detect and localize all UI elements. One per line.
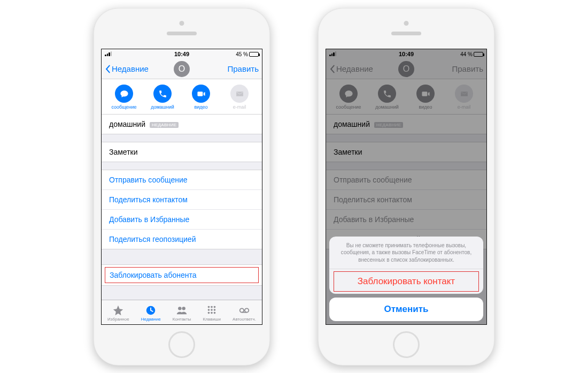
keypad-icon <box>206 305 218 316</box>
action-sheet: Вы не сможете принимать телефонные вызов… <box>329 237 483 322</box>
nav-header: Недавние О Править <box>102 59 262 79</box>
svg-point-10 <box>211 312 213 314</box>
link-add-favorite[interactable]: Добавить в Избранные <box>102 210 262 230</box>
links-section: Отправить сообщение Поделиться контактом… <box>102 170 262 249</box>
link-block-contact[interactable]: Заблокировать абонента <box>110 271 197 279</box>
sheet-cancel-button[interactable]: Отменить <box>329 298 483 321</box>
svg-point-2 <box>182 307 185 310</box>
tab-recents[interactable]: Недавние <box>141 305 161 322</box>
link-share-contact[interactable]: Поделиться контактом <box>102 190 262 210</box>
phone-section: домашний НЕДАВНИЕ <box>102 115 262 134</box>
clock-icon <box>145 305 157 316</box>
svg-point-7 <box>211 309 213 311</box>
highlight-box: Заблокировать абонента <box>105 267 259 283</box>
link-share-location[interactable]: Поделиться геопозицией <box>102 230 262 249</box>
message-icon <box>120 89 129 98</box>
action-email-label: e-mail <box>223 104 256 110</box>
camera-dot <box>404 21 409 26</box>
speaker-slot <box>391 32 421 35</box>
battery-indicator: 45 % <box>236 51 259 57</box>
chevron-left-icon <box>105 65 111 73</box>
svg-point-8 <box>214 309 216 311</box>
tab-favorites[interactable]: Избранное <box>107 305 129 322</box>
phone-home-label: домашний <box>109 120 145 128</box>
voicemail-icon <box>238 305 250 316</box>
svg-point-1 <box>178 307 181 310</box>
svg-point-11 <box>214 312 216 314</box>
speaker-slot <box>167 32 197 35</box>
tab-keypad[interactable]: Клавиши <box>203 305 221 322</box>
home-button[interactable] <box>393 331 420 358</box>
svg-point-3 <box>208 306 210 308</box>
iphone-right: 10:49 44 % Недавние О Править сообщение … <box>318 8 494 366</box>
notes-row[interactable]: Заметки <box>102 142 262 162</box>
recent-tag: НЕДАВНИЕ <box>150 122 179 128</box>
svg-point-5 <box>214 306 216 308</box>
mail-icon <box>235 89 244 98</box>
iphone-left: 10:49 45 % Недавние О Править сообщение … <box>94 8 270 366</box>
action-call-label: домашний <box>146 104 179 110</box>
sheet-block-button[interactable]: Заблокировать контакт <box>334 275 478 288</box>
svg-point-9 <box>208 312 210 314</box>
status-time: 10:49 <box>174 51 189 57</box>
action-message[interactable]: сообщение <box>107 85 141 110</box>
contacts-icon <box>176 305 188 316</box>
action-call[interactable]: домашний <box>146 85 179 110</box>
tab-contacts[interactable]: Контакты <box>173 305 191 322</box>
action-video[interactable]: видео <box>184 85 218 110</box>
status-bar: 10:49 45 % <box>102 49 262 59</box>
tab-bar: Избранное Недавние Контакты Клавиши Авто… <box>102 300 262 324</box>
contact-actions-row: сообщение домашний видео e-mail <box>102 79 262 115</box>
screen-left: 10:49 45 % Недавние О Править сообщение … <box>101 49 262 325</box>
camera-dot <box>180 21 184 26</box>
tab-voicemail[interactable]: Автоответч. <box>233 305 256 322</box>
video-icon <box>197 89 206 98</box>
notes-section: Заметки <box>102 142 262 162</box>
action-message-label: сообщение <box>107 104 141 110</box>
home-button[interactable] <box>168 331 195 358</box>
svg-point-6 <box>208 309 210 311</box>
back-label: Недавние <box>112 64 149 73</box>
sheet-message: Вы не сможете принимать телефонные вызов… <box>329 237 483 270</box>
edit-button[interactable]: Править <box>228 64 259 73</box>
svg-point-4 <box>211 306 213 308</box>
sheet-main-group: Вы не сможете принимать телефонные вызов… <box>329 237 483 294</box>
battery-percent: 45 % <box>236 51 248 57</box>
back-button[interactable]: Недавние <box>105 64 149 73</box>
screen-right: 10:49 44 % Недавние О Править сообщение … <box>326 49 487 325</box>
svg-point-13 <box>245 308 249 312</box>
svg-point-12 <box>240 308 244 312</box>
phone-icon <box>158 89 167 98</box>
link-send-message[interactable]: Отправить сообщение <box>102 170 262 190</box>
action-video-label: видео <box>184 104 218 110</box>
contact-avatar: О <box>174 61 190 77</box>
star-icon <box>112 305 124 316</box>
highlight-box: Заблокировать контакт <box>334 271 479 292</box>
phone-home-row[interactable]: домашний НЕДАВНИЕ <box>102 115 262 134</box>
block-section: Заблокировать абонента <box>102 264 262 286</box>
action-email: e-mail <box>223 85 256 110</box>
signal-icon <box>105 51 113 57</box>
